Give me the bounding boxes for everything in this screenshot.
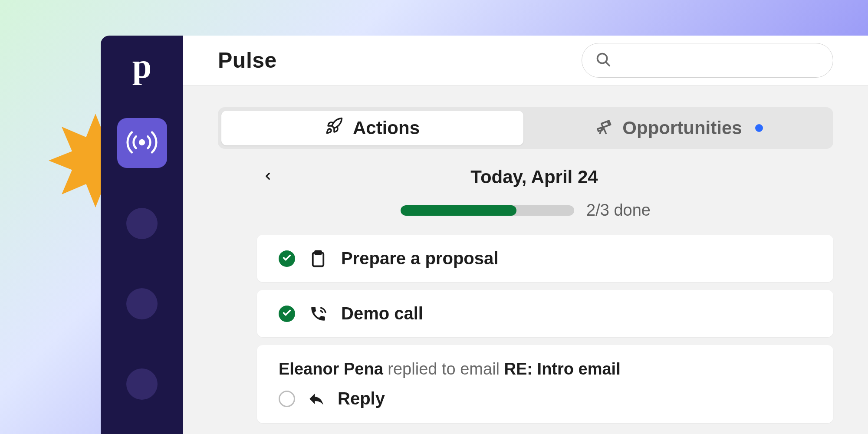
- sidebar-item-placeholder-1[interactable]: [117, 198, 167, 248]
- svg-line-3: [606, 62, 609, 66]
- sidebar-item-placeholder-2[interactable]: [117, 279, 167, 329]
- progress-label: 2/3 done: [586, 201, 651, 220]
- sidebar: p: [101, 36, 183, 434]
- contact-name: Eleanor Pena: [279, 360, 383, 378]
- reply-event-text: Eleanor Pena replied to email RE: Intro …: [279, 360, 812, 378]
- email-subject: RE: Intro email: [504, 360, 621, 378]
- current-date: Today, April 24: [470, 167, 598, 187]
- nav-dot-icon: [126, 208, 158, 239]
- svg-line-4: [600, 128, 602, 133]
- search-input[interactable]: [582, 43, 833, 78]
- task-list: Prepare a proposal Demo call Eleanor Pen…: [218, 235, 833, 423]
- tab-label: Opportunities: [622, 118, 742, 138]
- broadcast-icon: [125, 125, 159, 161]
- tab-actions[interactable]: Actions: [221, 111, 523, 145]
- app-window: p Pulse: [101, 36, 868, 434]
- task-title: Prepare a proposal: [341, 249, 498, 268]
- progress-fill: [401, 205, 516, 216]
- tabs-container: Actions Opportunities: [218, 107, 833, 149]
- check-icon: [282, 308, 292, 319]
- task-title: Demo call: [341, 304, 423, 323]
- progress-row: 2/3 done: [218, 201, 833, 235]
- header-bar: Pulse: [183, 36, 868, 85]
- task-complete-toggle[interactable]: [279, 391, 295, 407]
- svg-point-1: [139, 139, 145, 145]
- app-logo: p: [132, 49, 152, 83]
- tab-opportunities[interactable]: Opportunities: [528, 111, 830, 145]
- nav-dot-icon: [126, 288, 158, 319]
- task-complete-toggle[interactable]: [279, 306, 295, 322]
- tab-label: Actions: [353, 118, 420, 138]
- svg-line-5: [604, 128, 606, 133]
- telescope-icon: [595, 117, 613, 139]
- reply-arrow-icon: [307, 390, 326, 408]
- page-title: Pulse: [218, 48, 277, 73]
- task-row[interactable]: Prepare a proposal: [257, 235, 833, 282]
- clipboard-icon: [309, 250, 327, 268]
- reply-button-label[interactable]: Reply: [338, 389, 385, 408]
- notification-dot-icon: [755, 124, 763, 132]
- chevron-left-icon: [262, 171, 273, 184]
- main-content: Pulse Actions Opportu: [183, 36, 868, 434]
- sidebar-item-pulse[interactable]: [117, 118, 167, 168]
- event-verb: replied to email: [388, 360, 500, 378]
- sidebar-item-placeholder-3[interactable]: [117, 359, 167, 409]
- task-row[interactable]: Demo call: [257, 290, 833, 337]
- date-navigation: Today, April 24: [218, 149, 833, 201]
- reply-card[interactable]: Eleanor Pena replied to email RE: Intro …: [257, 345, 833, 423]
- progress-bar: [401, 205, 574, 216]
- search-icon: [595, 51, 612, 69]
- nav-dot-icon: [126, 368, 158, 400]
- check-icon: [282, 253, 292, 264]
- rocket-icon: [325, 117, 343, 139]
- reply-action-row: Reply: [279, 389, 812, 408]
- previous-day-button[interactable]: [257, 166, 279, 188]
- phone-icon: [309, 305, 327, 323]
- task-complete-toggle[interactable]: [279, 250, 295, 267]
